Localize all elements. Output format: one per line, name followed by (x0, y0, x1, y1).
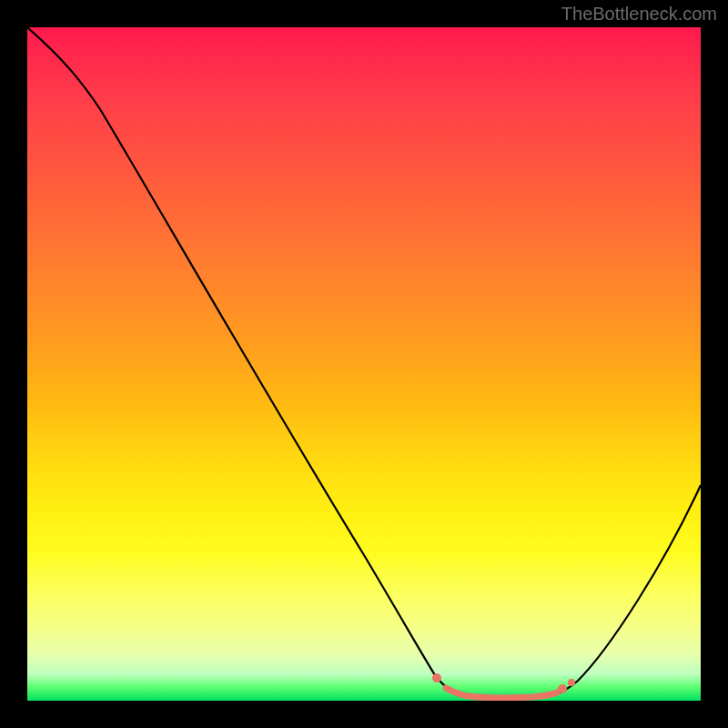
bottleneck-curve-line (27, 27, 701, 698)
valley-trail-dot (568, 679, 575, 686)
chart-svg (27, 27, 701, 701)
valley-start-dot (432, 673, 441, 682)
watermark-text: TheBottleneck.com (561, 4, 717, 25)
plot-area (27, 27, 701, 701)
valley-end-dot (558, 684, 567, 693)
valley-highlight-segment (446, 688, 557, 698)
